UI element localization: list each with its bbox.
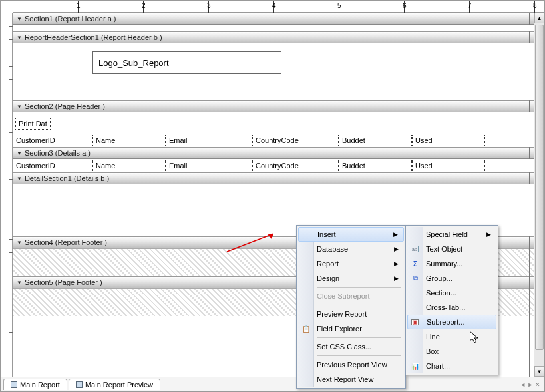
menu-separator (317, 287, 401, 288)
section-label: Section3 (Details a ) (25, 149, 91, 157)
collapse-icon: ▼ (17, 16, 22, 22)
collapse-icon: ▼ (17, 280, 22, 286)
field-print-date[interactable]: Print Dat (15, 118, 51, 130)
submenu-item-subreport[interactable]: ▣ Subreport... (407, 315, 496, 329)
chart-icon: 📊 (411, 361, 420, 371)
subreport-icon: ▣ (411, 319, 419, 325)
submenu-arrow-icon: ▶ (486, 231, 491, 238)
menu-item-next-view[interactable]: Next Report View (298, 372, 404, 387)
section-bar-details-a[interactable]: ▼ Section3 (Details a ) (13, 147, 534, 159)
submenu-item-chart[interactable]: 📊 Chart... (407, 359, 496, 373)
text-icon: ab (411, 246, 419, 252)
submenu-item-group[interactable]: ⧉ Group... (407, 271, 496, 286)
tab-bar: Main Report Main Report Preview ◄ ► ✕ (1, 377, 544, 391)
db-field[interactable]: Buddet (339, 160, 412, 171)
menu-item-insert[interactable]: Insert▶ (298, 227, 404, 242)
db-field[interactable]: CountryCode (252, 160, 339, 171)
menu-item-preview-report[interactable]: Preview Report (298, 307, 404, 321)
group-icon: ⧉ (411, 274, 420, 283)
menu-item-close-subreport: Close Subreport (298, 289, 404, 303)
column-header[interactable]: Name (92, 135, 166, 146)
scrollbar-vertical[interactable]: ▲ ▼ (534, 13, 544, 377)
tab-main-report[interactable]: Main Report (3, 379, 67, 390)
tab-nav-controls[interactable]: ◄ ► ✕ (520, 381, 540, 388)
section-bar-page-header[interactable]: ▼ Section2 (Page Header ) (13, 100, 534, 112)
menu-item-prev-view[interactable]: Previous Report View (298, 357, 404, 372)
tab-main-report-preview[interactable]: Main Report Preview (69, 379, 160, 390)
tab-label: Main Report Preview (85, 381, 153, 389)
column-header[interactable]: CustomerID (13, 135, 92, 146)
collapse-icon: ▼ (17, 150, 22, 156)
section-body[interactable]: Print Dat CustomerID Name Email CountryC… (13, 112, 534, 147)
submenu-item-special-field[interactable]: Special Field▶ (407, 227, 496, 242)
db-field[interactable]: CustomerID (13, 160, 92, 171)
submenu-item-section[interactable]: Section... (407, 286, 496, 300)
column-header[interactable]: CountryCode (252, 135, 339, 146)
submenu-item-line[interactable]: Line (407, 329, 496, 344)
submenu-item-summary[interactable]: Σ Summary... (407, 256, 496, 271)
submenu-arrow-icon: ▶ (394, 260, 399, 267)
submenu-item-crosstab[interactable]: Cross-Tab... (407, 300, 496, 315)
report-icon (11, 381, 17, 388)
column-header[interactable]: Used (412, 135, 485, 146)
report-icon (76, 381, 83, 388)
ruler-tick-label: 7 (468, 2, 472, 9)
ruler-tick-label: 4 (272, 2, 276, 9)
section-bar-header-a[interactable]: ▼ Section1 (Report Header a ) (13, 13, 534, 25)
db-field[interactable]: Email (166, 160, 252, 171)
section-body[interactable]: Logo_Sub_Report (13, 43, 534, 100)
submenu-arrow-icon: ▶ (394, 246, 399, 252)
ruler-tick-label: 1 (77, 2, 81, 9)
submenu-arrow-icon: ▶ (394, 275, 399, 282)
section-label: Section5 (Page Footer ) (25, 278, 102, 286)
section-bar-header-b[interactable]: ▼ ReportHeaderSection1 (Report Header b … (13, 31, 534, 43)
column-header[interactable]: Buddet (339, 135, 412, 146)
section-bar-details-b[interactable]: ▼ DetailSection1 (Details b ) (13, 172, 534, 184)
ruler-vertical (1, 13, 13, 377)
ruler-tick-label: 8 (533, 2, 537, 9)
collapse-icon: ▼ (17, 240, 22, 246)
sigma-icon: Σ (411, 259, 420, 268)
menu-separator (317, 305, 401, 305)
menu-item-database[interactable]: Database▶ (298, 242, 404, 256)
ruler-horizontal: 1 2 3 4 5 6 7 8 (13, 1, 544, 13)
section-label: DetailSection1 (Details b ) (25, 174, 109, 182)
menu-item-field-explorer[interactable]: 📋 Field Explorer (298, 321, 404, 336)
section-label: Section4 (Report Footer ) (25, 238, 107, 246)
menu-separator (317, 337, 401, 338)
db-field[interactable]: Used (412, 160, 485, 171)
ruler-tick-label: 5 (337, 2, 341, 9)
menu-item-report[interactable]: Report▶ (298, 256, 404, 271)
submenu-item-box[interactable]: Box (407, 344, 496, 359)
tab-label: Main Report (20, 381, 60, 389)
submenu-insert: Special Field▶ ab Text Object Σ Summary.… (405, 225, 498, 375)
submenu-arrow-icon: ▶ (393, 231, 398, 238)
scroll-up-button[interactable]: ▲ (534, 13, 544, 23)
menu-item-design[interactable]: Design▶ (298, 271, 404, 286)
section-label: ReportHeaderSection1 (Report Header b ) (25, 33, 162, 41)
collapse-icon: ▼ (17, 176, 22, 182)
subreport-object[interactable]: Logo_Sub_Report (92, 51, 281, 74)
menu-item-set-css[interactable]: Set CSS Class... (298, 339, 404, 354)
menu-separator (317, 355, 401, 356)
collapse-icon: ▼ (17, 104, 22, 110)
collapse-icon: ▼ (17, 35, 22, 41)
report-designer: 1 2 3 4 5 6 7 8 ▼ Section1 (Report Heade… (0, 0, 545, 392)
section-body[interactable]: CustomerID Name Email CountryCode Buddet… (13, 159, 534, 172)
section-label: Section2 (Page Header ) (25, 102, 105, 110)
subreport-label: Logo_Sub_Report (98, 58, 169, 68)
ruler-tick-label: 6 (403, 2, 407, 9)
submenu-item-text-object[interactable]: ab Text Object (407, 242, 496, 256)
section-label: Section1 (Report Header a ) (25, 15, 116, 23)
ruler-tick-label: 2 (142, 2, 146, 9)
ruler-tick-label: 3 (207, 2, 211, 9)
field-explorer-icon: 📋 (301, 324, 311, 333)
column-header[interactable]: Email (166, 135, 252, 146)
context-menu: Insert▶ Database▶ Report▶ Design▶ Close … (296, 225, 406, 389)
scroll-down-button[interactable]: ▼ (534, 366, 544, 377)
section-body[interactable] (13, 25, 534, 31)
db-field[interactable]: Name (92, 160, 166, 171)
scroll-thumb[interactable] (535, 25, 544, 350)
